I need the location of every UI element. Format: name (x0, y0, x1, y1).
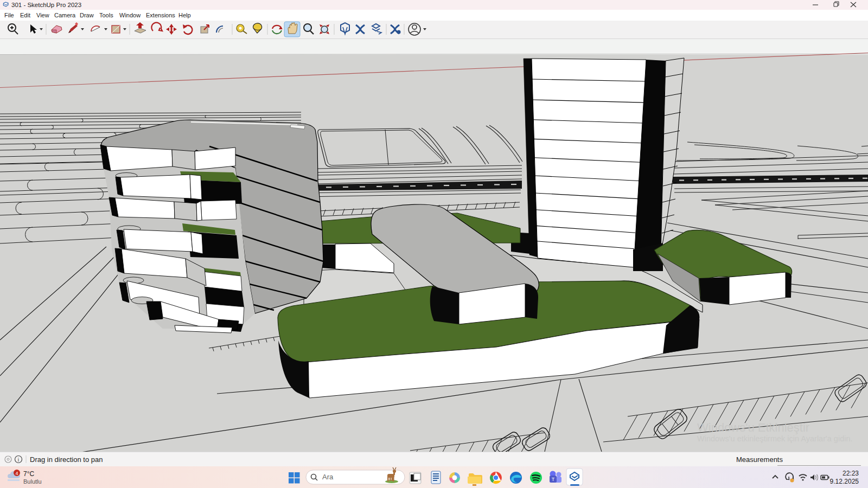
svg-text:Windows'u Etkinleştir: Windows'u Etkinleştir (697, 421, 809, 434)
svg-text:22:23: 22:23 (843, 470, 859, 477)
svg-text:Ara: Ara (322, 473, 334, 481)
svg-text:Windows'u etkinleştirmek için: Windows'u etkinleştirmek için Ayarlar'a … (697, 434, 853, 443)
svg-text:9.12.2025: 9.12.2025 (830, 478, 859, 485)
svg-text:7°C: 7°C (23, 470, 34, 478)
svg-text:T: T (552, 477, 555, 482)
svg-text:4: 4 (15, 471, 18, 476)
svg-text:Bulutlu: Bulutlu (23, 478, 42, 485)
svg-text:i: i (18, 457, 20, 463)
